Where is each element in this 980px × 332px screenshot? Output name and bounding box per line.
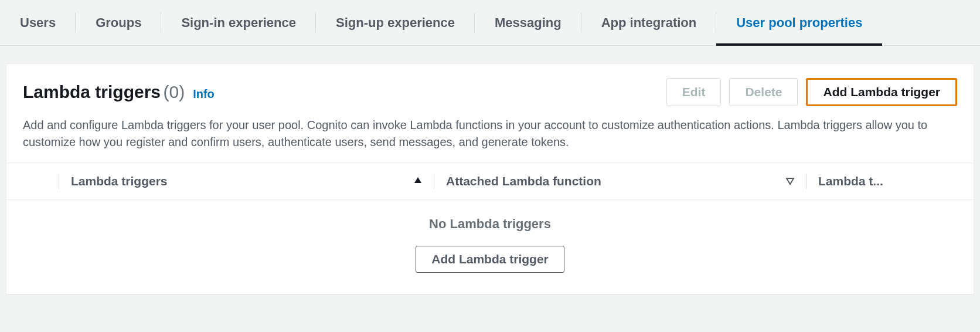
empty-add-lambda-trigger-button[interactable]: Add Lambda trigger: [416, 246, 564, 273]
tab-messaging[interactable]: Messaging: [475, 0, 581, 45]
tab-app-integration[interactable]: App integration: [581, 0, 717, 45]
panel-header: Lambda triggers (0) Info Edit Delete Add…: [6, 64, 974, 162]
tab-groups[interactable]: Groups: [76, 0, 161, 45]
tab-sign-in-experience[interactable]: Sign-in experience: [161, 0, 316, 45]
column-label: Lambda t...: [818, 174, 883, 188]
tab-label: User pool properties: [736, 15, 862, 31]
tab-label: Users: [20, 15, 56, 31]
table-header-lambda-triggers[interactable]: Lambda triggers: [59, 163, 434, 199]
add-lambda-trigger-button[interactable]: Add Lambda trigger: [806, 78, 957, 106]
tab-label: Sign-up experience: [336, 15, 455, 31]
tab-sign-up-experience[interactable]: Sign-up experience: [316, 0, 475, 45]
panel-description: Add and configure Lambda triggers for yo…: [23, 117, 957, 151]
column-label: Attached Lambda function: [446, 174, 601, 188]
tab-label: Messaging: [495, 15, 562, 31]
svg-marker-1: [787, 178, 794, 184]
tab-user-pool-properties[interactable]: User pool properties: [716, 0, 882, 45]
title-row: Lambda triggers (0) Info Edit Delete Add…: [23, 78, 957, 106]
panel-title-count: (0): [164, 82, 185, 101]
empty-message: No Lambda triggers: [6, 216, 974, 232]
table-header-lambda-truncated[interactable]: Lambda t...: [807, 163, 974, 199]
tab-label: Sign-in experience: [181, 15, 296, 31]
column-label: Lambda triggers: [71, 174, 168, 188]
table-header: Lambda triggers Attached Lambda function…: [6, 162, 974, 200]
delete-button[interactable]: Delete: [729, 78, 798, 106]
sort-asc-icon: [413, 176, 423, 187]
lambda-triggers-panel: Lambda triggers (0) Info Edit Delete Add…: [6, 63, 974, 294]
info-link[interactable]: Info: [193, 87, 215, 101]
panel-title: Lambda triggers (0): [23, 82, 185, 102]
edit-button[interactable]: Edit: [666, 78, 722, 106]
table-header-attached-function[interactable]: Attached Lambda function: [434, 163, 807, 199]
empty-state: No Lambda triggers Add Lambda trigger: [6, 200, 974, 294]
table-header-select: [6, 163, 59, 199]
title-left: Lambda triggers (0) Info: [23, 82, 215, 102]
panel-actions: Edit Delete Add Lambda trigger: [666, 78, 957, 106]
tabs-bar: Users Groups Sign-in experience Sign-up …: [0, 0, 980, 46]
sort-desc-icon: [785, 177, 795, 185]
tab-label: Groups: [96, 15, 141, 31]
tab-label: App integration: [601, 15, 697, 31]
tab-users[interactable]: Users: [0, 0, 76, 45]
svg-marker-0: [414, 177, 421, 183]
panel-title-text: Lambda triggers: [23, 82, 161, 101]
